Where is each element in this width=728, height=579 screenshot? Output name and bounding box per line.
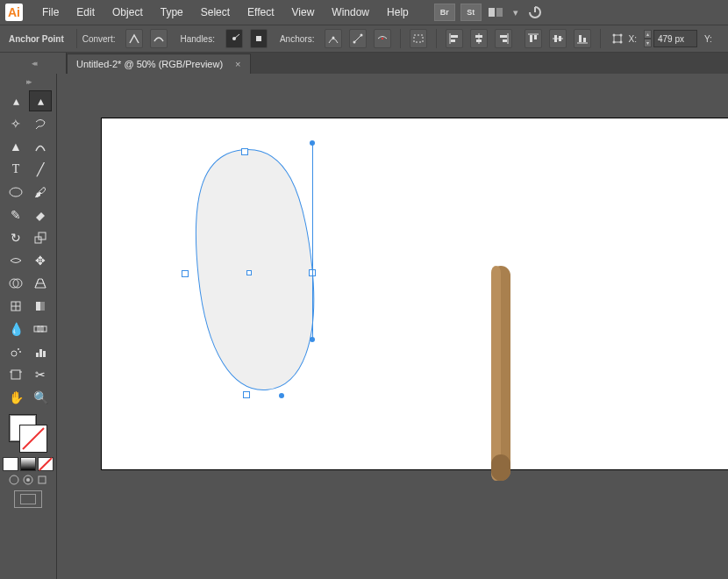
handle-line xyxy=(312,143,313,340)
draw-mode-icons[interactable] xyxy=(9,475,47,485)
hide-handles-icon[interactable] xyxy=(250,29,268,48)
hand-tool[interactable]: ✋ xyxy=(4,387,27,408)
menu-window[interactable]: Window xyxy=(323,0,378,25)
eraser-tool[interactable] xyxy=(29,204,52,225)
x-stepper[interactable]: ▴▾ xyxy=(644,30,652,47)
width-tool[interactable] xyxy=(4,250,27,271)
handle-bottom-anchor[interactable] xyxy=(279,393,284,398)
zoom-tool[interactable]: 🔍 xyxy=(29,387,52,408)
mesh-tool[interactable] xyxy=(4,296,27,317)
column-graph-tool[interactable] xyxy=(29,341,52,362)
connect-anchor-icon[interactable] xyxy=(349,29,367,48)
none-mode-swatch[interactable] xyxy=(38,457,54,471)
stroke-swatch[interactable] xyxy=(19,425,47,453)
menu-bar: Ai File Edit Object Type Select Effect V… xyxy=(0,0,728,25)
gradient-tool[interactable] xyxy=(29,296,52,317)
menu-edit[interactable]: Edit xyxy=(68,0,103,25)
align-hcenter-icon[interactable] xyxy=(470,29,488,48)
convert-smooth-icon[interactable] xyxy=(150,29,168,48)
svg-rect-49 xyxy=(39,349,42,357)
color-mode-swatch[interactable] xyxy=(3,457,18,471)
screen-mode-icon[interactable] xyxy=(14,490,42,508)
handle-bottom[interactable] xyxy=(310,337,315,342)
perspective-tool[interactable] xyxy=(29,273,52,294)
convert-corner-icon[interactable] xyxy=(125,29,143,48)
document-tab[interactable]: Untitled-2* @ 50% (RGB/Preview) × xyxy=(67,54,251,74)
isolate-icon[interactable] xyxy=(410,29,427,48)
curvature-tool[interactable] xyxy=(29,136,52,157)
selected-path[interactable] xyxy=(185,145,325,399)
scale-tool[interactable] xyxy=(29,227,52,248)
line-tool[interactable]: ╱ xyxy=(29,159,52,180)
free-transform-tool[interactable]: ✥ xyxy=(29,250,52,271)
tools-panel: ▸▸ ▴▴ ✧ ▲ T╱ 🖌 ✎ ↻ ✥ 💧 ✂ ✋🔍 xyxy=(0,74,57,579)
paintbrush-tool[interactable]: 🖌 xyxy=(29,182,52,203)
svg-rect-43 xyxy=(41,326,46,332)
gradient-mode-swatch[interactable] xyxy=(20,457,36,471)
svg-rect-14 xyxy=(476,39,482,42)
handle-top[interactable] xyxy=(310,140,315,146)
workspace: ▸▸ ▴▴ ✧ ▲ T╱ 🖌 ✎ ↻ ✥ 💧 ✂ ✋🔍 xyxy=(0,74,728,579)
svg-line-3 xyxy=(234,34,239,39)
arrange-docs-icon[interactable] xyxy=(487,4,506,20)
svg-rect-23 xyxy=(559,36,561,41)
direct-selection-tool[interactable]: ▴ xyxy=(29,90,52,111)
close-tab-icon[interactable]: × xyxy=(235,59,240,69)
pencil-tool[interactable]: ✎ xyxy=(4,204,27,225)
svg-point-32 xyxy=(10,188,22,197)
artboard[interactable] xyxy=(101,118,728,470)
menu-effect[interactable]: Effect xyxy=(239,0,282,25)
symbol-sprayer-tool[interactable] xyxy=(4,341,27,362)
align-right-icon[interactable] xyxy=(495,29,512,48)
svg-rect-13 xyxy=(475,35,482,38)
ellipse-tool[interactable] xyxy=(4,182,27,203)
rotate-tool[interactable]: ↻ xyxy=(4,227,27,248)
align-left-icon[interactable] xyxy=(446,29,463,48)
panel-grip-icon[interactable]: ◂◂ xyxy=(0,53,67,74)
blend-tool[interactable] xyxy=(29,318,52,340)
svg-rect-51 xyxy=(11,370,20,379)
svg-point-47 xyxy=(19,351,21,353)
svg-point-30 xyxy=(612,41,615,44)
shape-builder-tool[interactable] xyxy=(4,273,27,294)
menu-select[interactable]: Select xyxy=(192,0,239,25)
eyedropper-tool[interactable]: 💧 xyxy=(4,318,27,340)
gpu-preview-icon[interactable] xyxy=(525,4,545,20)
selection-tool[interactable]: ▴ xyxy=(4,90,27,111)
align-top-icon[interactable] xyxy=(525,29,542,48)
stock-icon[interactable]: St xyxy=(460,4,482,21)
align-vcenter-icon[interactable] xyxy=(549,29,567,48)
tools-grip-icon[interactable]: ▸▸ xyxy=(2,77,54,86)
lasso-tool[interactable] xyxy=(29,113,52,134)
menu-help[interactable]: Help xyxy=(378,0,418,25)
anchor-left[interactable] xyxy=(182,270,189,277)
artboard-tool[interactable] xyxy=(4,364,27,385)
svg-point-28 xyxy=(612,34,615,37)
canvas[interactable] xyxy=(57,74,728,579)
transform-icon[interactable] xyxy=(610,30,625,47)
arrange-dropdown-icon[interactable]: ▾ xyxy=(511,4,520,20)
svg-rect-41 xyxy=(36,302,40,311)
svg-rect-4 xyxy=(256,36,261,41)
remove-anchor-icon[interactable] xyxy=(325,29,342,48)
anchor-top[interactable] xyxy=(241,148,248,155)
svg-rect-17 xyxy=(503,39,507,42)
slice-tool[interactable]: ✂ xyxy=(29,364,52,385)
show-handles-icon[interactable] xyxy=(225,29,243,48)
x-input[interactable] xyxy=(653,30,697,47)
svg-rect-27 xyxy=(614,35,621,42)
stick-object[interactable] xyxy=(488,266,514,481)
bridge-icon[interactable]: Br xyxy=(434,4,455,21)
svg-rect-48 xyxy=(36,353,39,357)
fill-stroke-swatch[interactable] xyxy=(9,414,47,453)
menu-object[interactable]: Object xyxy=(103,0,152,25)
pen-tool[interactable]: ▲ xyxy=(4,136,27,157)
type-tool[interactable]: T xyxy=(4,159,27,180)
align-bottom-icon[interactable] xyxy=(574,29,591,48)
magic-wand-tool[interactable]: ✧ xyxy=(4,113,27,134)
menu-view[interactable]: View xyxy=(283,0,324,25)
menu-type[interactable]: Type xyxy=(152,0,192,25)
anchor-bottom[interactable] xyxy=(243,391,250,398)
cut-path-icon[interactable] xyxy=(374,29,391,48)
menu-file[interactable]: File xyxy=(33,0,68,25)
